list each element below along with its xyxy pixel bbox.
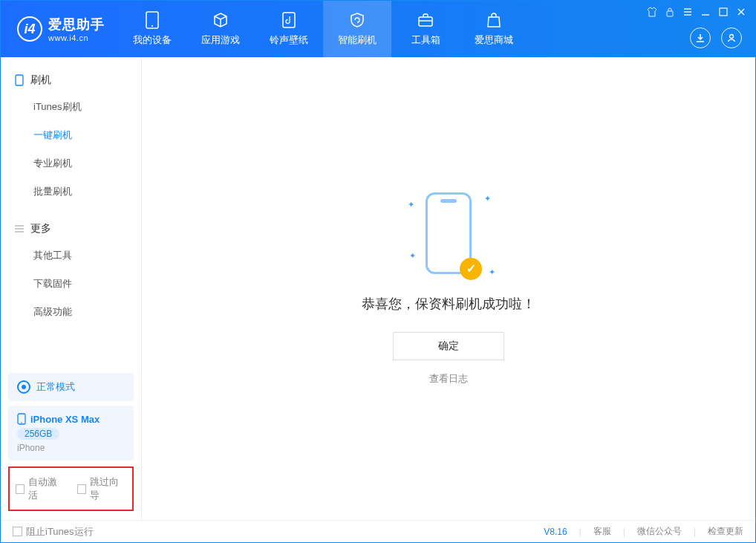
logo-text: 爱思助手 www.i4.cn — [48, 16, 105, 42]
music-file-icon — [280, 11, 298, 29]
tab-label: 爱思商城 — [475, 33, 513, 47]
tab-label: 应用游戏 — [201, 33, 240, 47]
sidebar-item-itunes[interactable]: iTunes刷机 — [1, 93, 141, 121]
tab-apps[interactable]: 应用游戏 — [186, 1, 255, 57]
toolbox-icon — [417, 11, 434, 29]
sparkle-icon: ✦ — [484, 194, 491, 204]
sidebar-item-pro[interactable]: 专业刷机 — [1, 149, 141, 178]
tab-store[interactable]: 爱思商城 — [460, 1, 528, 57]
device-type: iPhone — [17, 443, 125, 453]
device-box[interactable]: iPhone XS Max 256GB iPhone — [8, 406, 134, 461]
svg-rect-2 — [283, 13, 295, 27]
tab-flash[interactable]: 智能刷机 — [323, 1, 391, 57]
svg-rect-3 — [419, 17, 432, 26]
success-message: 恭喜您，保资料刷机成功啦！ — [362, 295, 535, 313]
sidebar-item-batch[interactable]: 批量刷机 — [1, 178, 141, 206]
svg-rect-5 — [720, 8, 727, 16]
shirt-icon[interactable] — [647, 7, 657, 17]
checkbox-label: 自动激活 — [28, 475, 65, 502]
sidebar-head-flash: 刷机 — [1, 68, 141, 93]
close-icon[interactable] — [736, 7, 746, 17]
svg-rect-4 — [667, 11, 673, 16]
tab-toolbox[interactable]: 工具箱 — [391, 1, 460, 57]
checkbox-label: 阻止iTunes运行 — [26, 525, 94, 539]
main-content: ✦ ✦ ✦ ✦ ✓ 恭喜您，保资料刷机成功啦！ 确定 查看日志 — [142, 57, 755, 520]
svg-rect-7 — [16, 75, 23, 85]
ok-button[interactable]: 确定 — [393, 332, 504, 360]
checkbox-skip-wizard[interactable]: 跳过向导 — [77, 475, 127, 502]
sidebar-head-label: 刷机 — [30, 74, 51, 87]
bag-icon — [485, 11, 503, 29]
device-storage: 256GB — [17, 428, 59, 440]
checkbox-icon — [13, 527, 22, 536]
check-badge-icon: ✓ — [460, 258, 482, 280]
download-button[interactable] — [690, 27, 711, 48]
sidebar-item-firmware[interactable]: 下载固件 — [1, 270, 141, 298]
view-log-link[interactable]: 查看日志 — [429, 372, 468, 386]
sidebar-item-advanced[interactable]: 高级功能 — [1, 298, 141, 326]
minimize-icon[interactable] — [700, 7, 711, 17]
mode-label: 正常模式 — [36, 380, 75, 394]
header-actions — [690, 27, 742, 48]
mode-box[interactable]: 正常模式 — [8, 373, 134, 401]
footer-left: 阻止iTunes运行 — [13, 525, 94, 539]
footer-link-update[interactable]: 检查更新 — [708, 525, 743, 538]
list-icon — [14, 224, 25, 234]
window-controls — [647, 7, 746, 17]
sidebar-section-flash: 刷机 iTunes刷机 一键刷机 专业刷机 批量刷机 — [1, 57, 141, 206]
device-name: iPhone XS Max — [30, 414, 100, 425]
sidebar-head-more: 更多 — [1, 216, 141, 241]
tab-my-device[interactable]: 我的设备 — [118, 1, 186, 57]
user-button[interactable] — [721, 27, 742, 48]
tab-ringtones[interactable]: 铃声壁纸 — [255, 1, 323, 57]
checkbox-stop-itunes[interactable]: 阻止iTunes运行 — [13, 525, 94, 539]
version-label: V8.16 — [544, 527, 567, 537]
logo-icon: i4 — [17, 16, 42, 42]
options-highlight-box: 自动激活 跳过向导 — [8, 466, 134, 511]
shield-refresh-icon — [348, 11, 366, 29]
sidebar-item-oneclick[interactable]: 一键刷机 — [1, 121, 141, 149]
logo-subtitle: www.i4.cn — [48, 33, 105, 42]
sidebar-bottom: 正常模式 iPhone XS Max 256GB iPhone 自动激活 跳过向… — [1, 368, 141, 520]
device-small-icon — [14, 75, 25, 85]
sidebar-section-more: 更多 其他工具 下载固件 高级功能 — [1, 206, 141, 326]
svg-point-6 — [730, 35, 734, 39]
footer-link-wechat[interactable]: 微信公众号 — [637, 525, 682, 538]
footer-link-service[interactable]: 客服 — [593, 525, 611, 538]
footer: 阻止iTunes运行 V8.16 | 客服 | 微信公众号 | 检查更新 — [1, 520, 755, 542]
menu-icon[interactable] — [682, 7, 693, 17]
mode-dot-icon — [17, 380, 30, 394]
separator: | — [579, 527, 581, 537]
svg-point-9 — [21, 422, 22, 423]
svg-point-1 — [151, 25, 153, 27]
footer-right: V8.16 | 客服 | 微信公众号 | 检查更新 — [544, 525, 743, 538]
separator: | — [623, 527, 625, 537]
tab-label: 铃声壁纸 — [270, 33, 308, 47]
header: i4 爱思助手 www.i4.cn 我的设备 应用游戏 铃声壁纸 智能刷机 工具… — [1, 1, 755, 57]
checkbox-icon — [77, 484, 86, 494]
checkbox-label: 跳过向导 — [90, 475, 126, 502]
cube-icon — [212, 11, 229, 29]
body: 刷机 iTunes刷机 一键刷机 专业刷机 批量刷机 更多 其他工具 下载固件 … — [1, 57, 755, 520]
separator: | — [694, 527, 696, 537]
tab-label: 我的设备 — [133, 33, 172, 47]
sparkle-icon: ✦ — [408, 200, 414, 209]
success-illustration: ✦ ✦ ✦ ✦ ✓ — [426, 192, 472, 274]
sidebar: 刷机 iTunes刷机 一键刷机 专业刷机 批量刷机 更多 其他工具 下载固件 … — [1, 57, 142, 520]
main-tabs: 我的设备 应用游戏 铃声壁纸 智能刷机 工具箱 爱思商城 — [118, 1, 528, 57]
tab-label: 工具箱 — [411, 33, 440, 47]
lock-icon[interactable] — [665, 7, 675, 17]
sidebar-head-label: 更多 — [30, 222, 51, 235]
tab-label: 智能刷机 — [338, 33, 377, 47]
device-phone-icon — [17, 413, 26, 425]
sparkle-icon: ✦ — [409, 251, 416, 261]
device-name-row: iPhone XS Max — [17, 413, 125, 425]
logo-title: 爱思助手 — [48, 16, 105, 33]
sparkle-icon: ✦ — [489, 267, 495, 277]
checkbox-icon — [16, 484, 25, 494]
maximize-icon[interactable] — [718, 7, 729, 17]
sidebar-item-other[interactable]: 其他工具 — [1, 241, 141, 270]
checkbox-auto-activate[interactable]: 自动激活 — [16, 475, 65, 502]
phone-icon — [143, 11, 161, 29]
logo: i4 爱思助手 www.i4.cn — [1, 16, 118, 42]
